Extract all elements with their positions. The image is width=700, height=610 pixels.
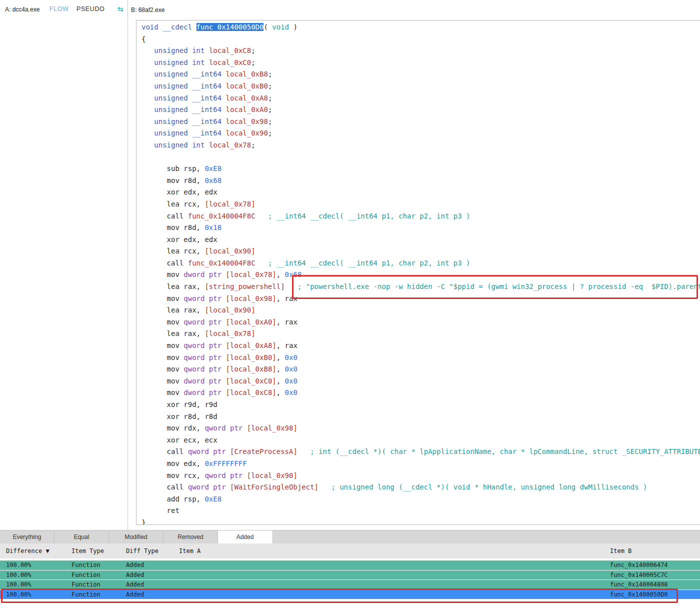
diff-tab-equal[interactable]: Equal [54,530,109,544]
code-token: , rax [276,294,298,302]
code-line[interactable]: mov qword ptr [local_0xB8], 0x0 [142,364,700,376]
diff-tab-everything[interactable]: Everything [0,530,54,544]
diff-row[interactable]: 100.00%FunctionAddedfunc_0x1400050D0 [0,590,700,600]
code-line[interactable]: sub rsp, 0xE8 [142,163,700,175]
item-b-cell: func_0x140005C7C [604,570,700,580]
code-line[interactable]: xor edx, edx [142,186,700,198]
column-header-item-a[interactable]: Item A [173,544,604,558]
pseudo-code-panel: void __cdecl func_0x1400050D0( void ){ u… [136,20,700,525]
diff-tab-bar: EverythingEqualModifiedRemovedAdded [0,530,700,544]
diff-tab-added[interactable]: Added [218,530,272,544]
code-line[interactable]: mov dword ptr [local_0xC8], 0x0 [142,387,700,399]
diff-row[interactable]: 100.00%FunctionAddedfunc_0x140006474 [0,560,700,570]
code-token: local_0xB8 [226,70,268,78]
code-line[interactable]: call func_0x140004F8C ; __int64 __cdecl(… [142,258,700,270]
code-token: 0x0 [285,365,298,373]
swap-panels-icon[interactable]: ⇆ [118,5,124,13]
code-line[interactable]: add rsp, 0xE8 [142,494,700,506]
code-token: [local_0xC0] [226,377,276,385]
code-token: ; [251,141,255,149]
code-line[interactable]: unsigned int local_0x78; [142,140,700,152]
code-line[interactable]: lea rax, [local_0x78] [142,328,700,340]
code-line[interactable]: call func_0x140004F8C ; __int64 __cdecl(… [142,210,700,222]
code-line[interactable]: mov r8d, 0x68 [142,175,700,187]
code-line[interactable]: unsigned int local_0xC0; [142,57,700,69]
code-line[interactable]: mov edx, 0xFFFFFFFF [142,458,700,470]
difference-cell: 100.00% [0,570,66,580]
diff-row[interactable]: 100.00%FunctionAddedfunc_0x140004808 [0,580,700,590]
code-line[interactable]: lea rcx, [local_0x90] [142,246,700,258]
code-line[interactable]: void __cdecl func_0x1400050D0( void ) [142,22,700,34]
code-line[interactable]: xor r9d, r9d [142,399,700,411]
code-line[interactable]: unsigned __int64 local_0x90; [142,128,700,140]
code-token: mov [142,388,184,396]
code-line[interactable]: xor edx, edx [142,234,700,246]
code-token: { [142,35,146,43]
code-line[interactable]: unsigned __int64 local_0xB0; [142,80,700,92]
code-line[interactable]: mov qword ptr [local_0xA8], rax [142,340,700,352]
code-line[interactable]: mov dword ptr [local_0xC0], 0x0 [142,376,700,388]
code-token: 0x0 [285,388,298,396]
code-token [142,58,154,66]
code-line[interactable]: ret [142,505,700,517]
code-token: mov [142,377,184,385]
diff-type-cell: Added [120,580,173,590]
code-line[interactable]: call qword ptr [CreateProcessA] ; int (_… [142,446,700,458]
code-token: local_0xA0 [226,106,268,114]
code-line[interactable]: xor r8d, r8d [142,411,700,423]
code-token: unsigned __int64 [154,70,226,78]
code-token: ret [142,506,180,514]
column-header-difference[interactable]: Difference ▼ [0,544,66,558]
code-token: mov [142,270,184,278]
code-line[interactable]: unsigned __int64 local_0x98; [142,116,700,128]
code-line[interactable]: unsigned __int64 local_0xA8; [142,92,700,104]
code-line[interactable]: mov qword ptr [local_0xA0], rax [142,316,700,328]
code-token: local_0xC0 [209,58,251,66]
code-line[interactable]: lea rax, [string_powershell] ; "powershe… [142,281,700,293]
code-line[interactable]: mov rdx, qword ptr [local_0x98] [142,422,700,434]
code-token: sub rsp, [142,164,204,172]
code-line[interactable]: call qword ptr [WaitForSingleObject] ; u… [142,482,700,494]
column-header-item-type[interactable]: Item Type [66,544,120,558]
code-line[interactable]: xor ecx, ecx [142,434,700,446]
code-token: local_0x90 [226,129,268,137]
code-token [142,46,154,54]
code-line[interactable]: mov r8d, 0x18 [142,222,700,234]
code-token: mov [142,365,184,373]
code-token: local_0x98 [226,118,268,126]
diff-type-cell: Added [120,590,173,600]
diff-tab-removed[interactable]: Removed [164,530,218,544]
code-token: local_0xC8 [209,46,251,54]
code-token: ; __int64 __cdecl( __int64 p1, char p2, … [268,212,470,220]
column-header-diff-type[interactable]: Diff Type [120,544,173,558]
code-line[interactable]: unsigned __int64 local_0xA0; [142,104,700,116]
code-line[interactable]: mov rcx, qword ptr [local_0x90] [142,470,700,482]
code-line[interactable]: unsigned __int64 local_0xB8; [142,68,700,80]
code-token [285,282,298,290]
code-line[interactable]: lea rcx, [local_0x78] [142,198,700,210]
code-line[interactable]: mov qword ptr [local_0xB0], 0x0 [142,352,700,364]
code-line[interactable]: lea rax, [local_0x90] [142,304,700,316]
diff-tab-modified[interactable]: Modified [109,530,164,544]
code-token: mov edx, [142,460,204,468]
code-token: qword ptr [184,365,226,373]
code-line[interactable]: mov qword ptr [local_0x98], rax [142,293,700,305]
code-line[interactable] [142,152,700,164]
code-token: ; [251,58,255,66]
code-line[interactable]: unsigned int local_0xC8; [142,45,700,57]
code-line[interactable]: mov dword ptr [local_0x78], 0x68 [142,269,700,281]
column-header-item-b[interactable]: Item B [604,544,700,558]
code-token: 0xE8 [204,164,222,172]
code-token: void [272,23,289,31]
code-line[interactable]: } [142,517,700,525]
code-token: mov r8d, [142,224,204,232]
tab-pseudo[interactable]: PSEUDO [76,6,104,12]
code-token: dword ptr [184,388,226,396]
tab-flow[interactable]: FLOW [50,6,69,12]
panel-divider [128,0,128,530]
code-token: lea rcx, [142,200,204,208]
code-lines: void __cdecl func_0x1400050D0( void ){ u… [142,22,700,525]
code-token: unsigned int [154,58,209,66]
code-line[interactable]: { [142,34,700,46]
diff-row[interactable]: 100.00%FunctionAddedfunc_0x140005C7C [0,570,700,580]
